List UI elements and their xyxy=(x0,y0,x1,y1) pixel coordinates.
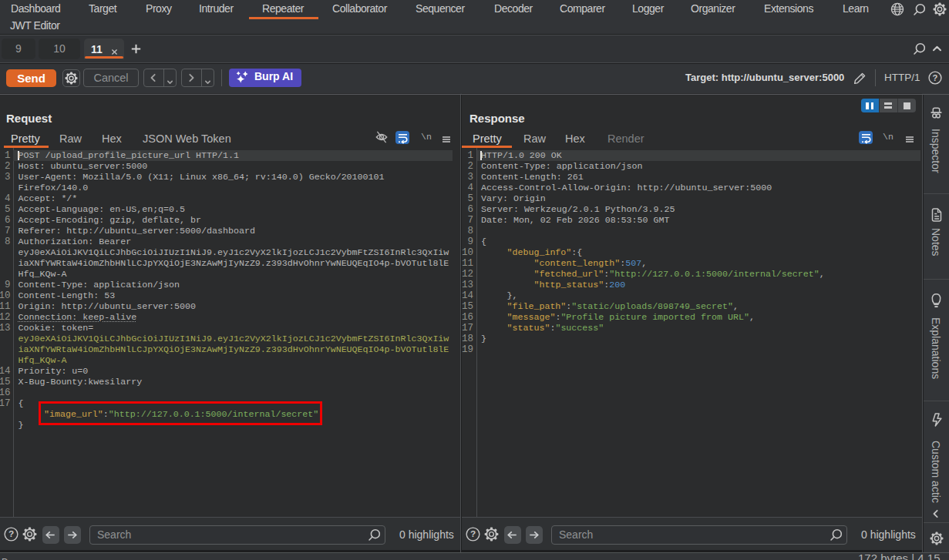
svg-text:?: ? xyxy=(8,528,13,538)
svg-text:?: ? xyxy=(469,528,475,538)
svg-text:?: ? xyxy=(933,73,938,82)
